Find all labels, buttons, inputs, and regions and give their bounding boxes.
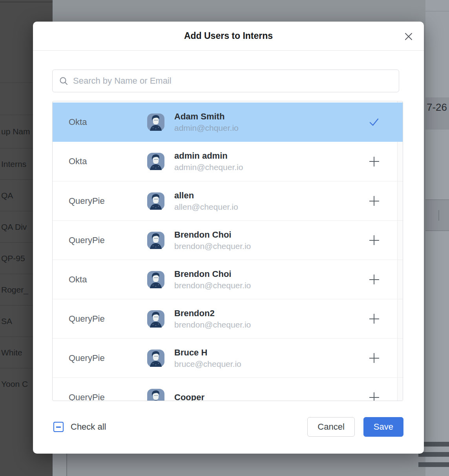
user-row[interactable]: QueryPie Bruce H bruce@chequer.io bbox=[53, 338, 403, 377]
modal-title: Add Users to Interns bbox=[184, 31, 273, 41]
user-avatar bbox=[147, 153, 164, 170]
dimmed-table-row bbox=[418, 452, 449, 457]
plus-icon[interactable] bbox=[369, 353, 379, 363]
divider bbox=[438, 210, 439, 221]
add-users-modal: Add Users to Interns Okta bbox=[33, 22, 424, 454]
user-email: brendon@chequer.io bbox=[174, 241, 251, 252]
user-source-label: QueryPie bbox=[69, 235, 147, 245]
user-name: Bruce H bbox=[174, 347, 241, 359]
plus-icon[interactable] bbox=[369, 196, 379, 206]
user-avatar bbox=[147, 350, 164, 367]
user-row[interactable]: QueryPie allen allen@chequer.io bbox=[53, 181, 403, 220]
user-row[interactable]: Okta admin admin admin@chequer.io bbox=[53, 142, 403, 181]
user-email: brendon@chequer.io bbox=[174, 280, 251, 291]
plus-icon[interactable] bbox=[369, 392, 379, 401]
plus-icon[interactable] bbox=[369, 157, 379, 167]
user-row[interactable]: QueryPie Brendon2 brendon@chequer.io bbox=[53, 299, 403, 338]
user-row[interactable]: QueryPie Cooper bbox=[53, 377, 403, 401]
table-cell bbox=[425, 200, 449, 231]
modal-header: Add Users to Interns bbox=[33, 22, 424, 51]
user-name: Brendon Choi bbox=[174, 268, 251, 280]
user-email: brendon@chequer.io bbox=[174, 319, 251, 330]
user-source-label: Okta bbox=[69, 275, 147, 285]
user-source-label: Okta bbox=[69, 117, 147, 127]
check-icon[interactable] bbox=[369, 117, 380, 128]
user-name: Brendon Choi bbox=[174, 229, 251, 241]
close-icon[interactable] bbox=[403, 31, 414, 42]
user-source-label: QueryPie bbox=[69, 353, 147, 363]
user-name: Adam Smith bbox=[174, 111, 239, 123]
user-avatar bbox=[147, 114, 164, 131]
user-source-label: QueryPie bbox=[69, 196, 147, 206]
search-icon bbox=[59, 76, 68, 86]
dimmed-table-row bbox=[418, 462, 449, 467]
user-row[interactable]: Okta Adam Smith admin@chquer.io bbox=[53, 103, 403, 142]
user-row[interactable]: Okta Brendon Choi brendon@chequer.io bbox=[53, 260, 403, 299]
user-avatar bbox=[147, 232, 164, 249]
user-email: allen@chequer.io bbox=[174, 201, 238, 212]
user-email: bruce@chequer.io bbox=[174, 359, 241, 370]
user-list: Okta Adam Smith admin@chquer.io Okta bbox=[52, 101, 403, 401]
user-name: Cooper bbox=[174, 392, 204, 401]
plus-icon[interactable] bbox=[369, 235, 379, 245]
user-row[interactable]: QueryPie Brendon Choi brendon@chequer.io bbox=[53, 220, 403, 260]
user-name: Brendon2 bbox=[174, 308, 251, 319]
modal-footer: Check all Cancel Save bbox=[53, 417, 403, 437]
user-email: admin@chequer.io bbox=[174, 162, 243, 173]
check-all-label: Check all bbox=[71, 422, 106, 432]
indeterminate-checkbox-icon[interactable] bbox=[53, 422, 64, 432]
user-name: admin admin bbox=[174, 150, 243, 162]
user-name: allen bbox=[174, 190, 238, 201]
user-avatar bbox=[147, 192, 164, 210]
search-box bbox=[52, 70, 399, 92]
cancel-button[interactable]: Cancel bbox=[307, 417, 354, 437]
user-avatar bbox=[147, 389, 164, 401]
divider bbox=[425, 11, 449, 11]
search-input[interactable] bbox=[73, 76, 392, 86]
dimmed-column bbox=[53, 454, 67, 476]
user-source-label: QueryPie bbox=[69, 392, 147, 401]
check-all-checkbox[interactable]: Check all bbox=[53, 422, 106, 432]
dimmed-right-panel: 7-26 bbox=[425, 0, 449, 476]
date-fragment: 7-26 bbox=[425, 97, 449, 130]
user-avatar bbox=[147, 310, 164, 328]
user-avatar bbox=[147, 271, 164, 288]
save-button[interactable]: Save bbox=[363, 417, 403, 437]
user-source-label: Okta bbox=[69, 156, 147, 167]
user-email: admin@chquer.io bbox=[174, 123, 239, 134]
user-source-label: QueryPie bbox=[69, 314, 147, 324]
divider bbox=[0, 2, 53, 2]
plus-icon[interactable] bbox=[369, 314, 379, 324]
plus-icon[interactable] bbox=[369, 275, 379, 284]
